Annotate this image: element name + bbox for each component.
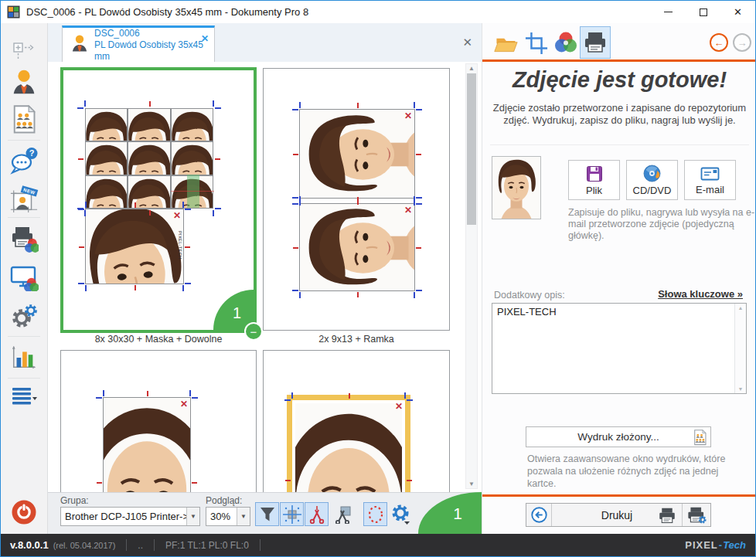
photo-frame: ✕ <box>103 397 191 492</box>
scroll-up-icon[interactable]: ▲ <box>735 305 746 311</box>
photo-frame-framed: ✕ <box>287 395 410 492</box>
sidebar-item-person[interactable] <box>9 66 39 97</box>
forward-step-button[interactable]: → <box>733 33 751 52</box>
sidebar-item-print-sheet[interactable] <box>9 104 39 135</box>
status-bar: v.8.0.0.1 (rel. 05.04.2017) .. PF:1 TL:1… <box>1 534 755 556</box>
dropdown-arrow-icon[interactable]: ▼ <box>186 508 199 525</box>
window-body: ? NEW <box>1 23 755 534</box>
tab-document[interactable]: DSC_0006 PL Dowód Osobisty 35x45 mm ✕ <box>62 25 215 62</box>
keywords-link[interactable]: Słowa kluczowe » <box>658 288 743 300</box>
crop-mark <box>215 158 220 160</box>
back-step-button[interactable]: ← <box>710 33 728 52</box>
cd-dvd-icon <box>643 165 662 183</box>
cut-marker-icon: ✕ <box>180 399 188 409</box>
color-correction-button[interactable] <box>552 29 580 57</box>
cut-marker-icon: ✕ <box>173 210 181 221</box>
preview-card-4[interactable]: ✕ <box>263 350 450 492</box>
send-email-button[interactable]: E-mail <box>684 160 736 200</box>
sidebar-item-new-crop[interactable]: NEW <box>9 184 39 215</box>
crop-mark <box>414 196 415 202</box>
composite-print-button[interactable]: Wydruk złożony... <box>526 426 711 447</box>
scissors-icon <box>308 505 326 524</box>
preview-card-2[interactable]: ✕ ✕ <box>263 68 450 331</box>
dropdown-arrow-icon[interactable]: ▼ <box>237 508 250 525</box>
close-button[interactable]: ✕ <box>720 1 755 23</box>
printer-settings-icon <box>686 507 707 524</box>
help-chat-icon: ? <box>9 146 39 175</box>
crop-mark <box>84 100 86 107</box>
print-action-strip: Drukuj <box>526 503 711 527</box>
crop-mark <box>416 203 422 205</box>
preview-card-3[interactable]: ✕ <box>60 350 257 492</box>
crop-mark <box>78 209 84 210</box>
sidebar-item-screen-colors[interactable] <box>9 262 39 293</box>
scroll-down-icon[interactable]: ▼ <box>466 481 477 487</box>
minimize-button[interactable] <box>651 1 686 23</box>
description-textarea[interactable]: PIXEL-TECH <box>492 304 746 393</box>
crop-mark <box>185 209 191 210</box>
sidebar-item-help[interactable]: ? <box>9 145 39 176</box>
crop-mark <box>407 399 413 401</box>
scroll-up-icon[interactable]: ▲ <box>466 65 477 72</box>
sidebar-separator <box>8 140 40 141</box>
scrollbar-thumb[interactable] <box>467 73 476 225</box>
open-file-button[interactable] <box>492 29 519 57</box>
people-document-icon <box>11 105 37 134</box>
cut-marks-tool-button[interactable] <box>305 502 329 526</box>
close-all-tabs-icon[interactable]: ✕ <box>462 36 472 49</box>
filter-icon <box>259 506 276 523</box>
filter-tool-button[interactable] <box>255 502 279 526</box>
print-back-button[interactable] <box>526 504 552 526</box>
printer-icon <box>658 508 676 524</box>
sidebar-item-print-colors[interactable] <box>9 223 39 254</box>
sidebar-item-settings[interactable] <box>9 301 39 331</box>
sidebar-separator <box>8 378 40 379</box>
selection-ellipse-tool-button[interactable] <box>363 502 387 526</box>
print-settings-button[interactable] <box>682 504 710 526</box>
preview-card-1[interactable]: ✕ PIXEL-TECH 1 − <box>60 67 257 333</box>
crop-mark <box>416 247 421 249</box>
center-crop-tool-button[interactable] <box>280 502 304 526</box>
sidebar-separator <box>8 217 40 218</box>
preview-scrollbar[interactable]: ▲ ▼ <box>465 63 478 489</box>
crop-mark <box>78 283 84 284</box>
brand-pixel: PIXEL <box>685 539 718 551</box>
crop-step-button[interactable] <box>523 29 550 57</box>
zoom-combobox[interactable]: 30% ▼ <box>206 507 250 526</box>
textarea-scrollbar[interactable]: ▲ ▼ <box>734 304 746 393</box>
print-button[interactable]: Drukuj <box>552 504 682 526</box>
maximize-button[interactable] <box>686 1 720 23</box>
sidebar-item-exit[interactable] <box>9 497 39 528</box>
sidebar: ? NEW <box>1 23 48 534</box>
back-arrow-icon: ← <box>714 37 724 49</box>
cut-marker-icon: ✕ <box>404 110 412 121</box>
panel-heading: Zdjęcie jest gotowe! <box>482 67 756 93</box>
description-field-wrap: PIXEL-TECH ▲ ▼ <box>492 303 747 394</box>
minimize-icon <box>664 12 673 12</box>
grid-photo <box>171 108 213 141</box>
group-value: Brother DCP-J105 Printer->A... <box>61 511 186 522</box>
layout-previews: ✕ PIXEL-TECH 1 − 8x 30x30 + Maska + Dowo… <box>48 62 482 492</box>
decrease-copies-button[interactable]: − <box>244 322 263 341</box>
grid-photo <box>171 141 213 175</box>
crop-mark <box>192 482 197 484</box>
preview-settings-button[interactable] <box>389 502 413 526</box>
brand-separator: - <box>719 539 722 551</box>
crop-mark <box>416 109 422 110</box>
printer-colors-icon <box>9 225 39 253</box>
sidebar-item-menu[interactable] <box>9 381 39 412</box>
crop-mark <box>135 285 136 290</box>
tab-close-icon[interactable]: ✕ <box>201 33 209 44</box>
burn-cd-button[interactable]: CD/DVD <box>626 160 678 200</box>
sidebar-item-statistics[interactable] <box>9 342 39 373</box>
save-to-file-button[interactable]: Plik <box>568 160 620 200</box>
scroll-down-icon[interactable]: ▼ <box>735 386 746 392</box>
crop-mark <box>357 197 359 202</box>
composite-caption: Otwiera zaawansowane okno wydruków, któr… <box>527 453 750 490</box>
group-combobox[interactable]: Brother DCP-J105 Printer->A... ▼ <box>60 507 200 526</box>
crop-mark <box>414 102 415 108</box>
print-step-button[interactable] <box>580 26 611 59</box>
cut-photo-tool-button[interactable] <box>330 502 354 526</box>
crop-mark <box>147 391 148 396</box>
add-tab-ghost-icon <box>9 34 39 65</box>
